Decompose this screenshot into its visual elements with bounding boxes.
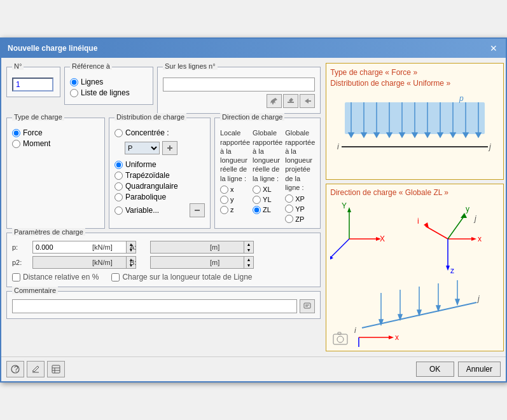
edit-button[interactable] <box>27 361 45 377</box>
direction-preview-close: » <box>442 188 448 197</box>
radio-xp[interactable]: XP <box>285 194 315 203</box>
svg-marker-21 <box>425 133 430 137</box>
ok-button[interactable]: OK <box>416 362 454 377</box>
svg-text:j: j <box>488 142 491 151</box>
radio-x[interactable]: x <box>220 186 250 194</box>
direction-group-global-proj: Globale rapportée à la longueur projetée… <box>285 128 315 223</box>
right-panel: Type de charge « Force » Distribution de… <box>326 63 504 351</box>
direction-preview-image: Y X Z <box>330 201 499 347</box>
sur-lignes-label: Sur les lignes n° <box>163 62 218 70</box>
table-button[interactable] <box>47 361 65 377</box>
dialog-body: N° Référence à Lignes Liste de lignes <box>1 58 506 356</box>
global-real-radios: XL YL ZL <box>253 186 282 214</box>
direction-columns: Locale rapportée à la longueur réelle de… <box>220 128 315 223</box>
preview-type-close: » <box>411 68 417 77</box>
svg-text:Y: Y <box>342 201 347 210</box>
p-label: p: <box>12 243 30 251</box>
svg-marker-19 <box>412 133 417 137</box>
params-title: Paramètres de charge <box>12 228 85 236</box>
radio-xl[interactable]: XL <box>253 186 282 194</box>
direction-group-local: Locale rapportée à la longueur réelle de… <box>220 128 250 223</box>
lignes-label: Lignes <box>81 78 103 86</box>
radio-lignes[interactable]: Lignes <box>70 78 148 86</box>
concentree-select[interactable]: P <box>125 142 160 154</box>
direction-preview-box: Direction de charge « Globale ZL » Y <box>326 184 504 351</box>
svg-line-43 <box>426 226 448 239</box>
close-button[interactable]: ✕ <box>488 43 499 54</box>
preview-type-label: Type de charge « <box>330 68 391 77</box>
p-unit: [kN/m] <box>92 243 127 251</box>
commentaire-box: Commentaire <box>6 291 321 319</box>
radio-parabolique[interactable]: Parabolique <box>115 193 205 201</box>
lignes-input[interactable] <box>163 78 315 91</box>
annuler-button[interactable]: Annuler <box>458 362 501 377</box>
svg-marker-51 <box>461 213 467 218</box>
direction-box: Direction de charge Locale rapportée à l… <box>214 118 321 229</box>
a-spin-down[interactable]: ▼ <box>244 247 253 253</box>
commentaire-icon-button[interactable] <box>300 299 315 313</box>
num-box: N° <box>6 67 60 97</box>
radio-moment[interactable]: Moment <box>12 139 99 148</box>
b-spin-down[interactable]: ▼ <box>244 262 253 268</box>
preview-dist-value: Uniforme <box>413 79 444 88</box>
radio-zl[interactable]: ZL <box>253 206 282 214</box>
concentree-icon-button[interactable] <box>162 141 177 155</box>
p2-label: p2: <box>12 259 30 266</box>
a-spin-up[interactable]: ▲ <box>244 241 253 247</box>
title-bar: Nouvelle charge linéique ✕ <box>1 39 506 58</box>
radio-y[interactable]: y <box>220 196 250 204</box>
radio-uniforme[interactable]: Uniforme <box>115 160 205 169</box>
svg-marker-70 <box>389 335 394 339</box>
bottom-left-buttons: ? <box>6 361 65 377</box>
svg-point-75 <box>337 336 344 342</box>
radio-zp[interactable]: ZP <box>285 215 315 223</box>
commentaire-input[interactable] <box>12 299 297 313</box>
arrow-icon-button[interactable] <box>300 94 315 108</box>
edit-icon-button[interactable] <box>283 94 298 108</box>
radio-liste-lignes[interactable]: Liste de lignes <box>70 88 148 97</box>
svg-rect-4 <box>304 303 310 308</box>
preview-dist-close: » <box>444 79 450 88</box>
checkboxes-row: Distance relative en % Charge sur la lon… <box>12 273 315 281</box>
type-charge-title: Type de charge <box>12 113 64 121</box>
svg-rect-3 <box>195 210 200 211</box>
svg-marker-13 <box>374 133 379 137</box>
cb-distance[interactable]: Distance relative en % <box>12 273 99 281</box>
svg-text:j: j <box>476 294 480 303</box>
left-panel: N° Référence à Lignes Liste de lignes <box>6 63 321 351</box>
top-section: N° Référence à Lignes Liste de lignes <box>6 63 321 114</box>
preview-title: Type de charge « Force » Distribution de… <box>330 67 499 89</box>
distribution-title: Distribution de charge <box>115 113 186 121</box>
svg-marker-9 <box>349 133 354 137</box>
radio-z[interactable]: z <box>220 206 250 214</box>
direction-preview-value: Globale ZL <box>405 188 442 197</box>
dialog-action-buttons: OK Annuler <box>416 362 501 377</box>
radio-variable[interactable]: Variable... <box>115 206 159 215</box>
radio-concentree[interactable]: Concentrée : <box>115 128 169 137</box>
svg-marker-25 <box>450 133 455 137</box>
local-title: Locale rapportée à la longueur réelle de… <box>220 128 250 183</box>
dialog: Nouvelle charge linéique ✕ N° Référence … <box>0 37 507 383</box>
svg-text:y: y <box>466 205 469 213</box>
moment-label: Moment <box>23 139 50 148</box>
global-proj-radios: XP YP ZP <box>285 194 315 223</box>
radio-trapezoidale[interactable]: Trapézoïdale <box>115 171 205 180</box>
cb-longueur[interactable]: Charge sur la longueur totale de Ligne <box>111 273 252 281</box>
radio-force[interactable]: Force <box>12 128 99 137</box>
radio-yl[interactable]: YL <box>253 196 282 204</box>
p2-unit: [kN/m] <box>92 259 127 266</box>
radio-yp[interactable]: YP <box>285 205 315 213</box>
pin-icon-button[interactable] <box>267 94 282 108</box>
svg-marker-35 <box>347 207 351 212</box>
num-input[interactable] <box>12 78 53 91</box>
p2-spin-input: ▲ ▼ <box>32 256 90 269</box>
bottom-bar: ? OK Annuler <box>1 356 506 381</box>
b-unit: [m] <box>210 259 239 266</box>
preview-box: Type de charge « Force » Distribution de… <box>326 63 504 180</box>
radio-quadrangulaire[interactable]: Quadrangulaire <box>115 182 205 191</box>
svg-marker-29 <box>476 133 481 137</box>
help-button[interactable]: ? <box>6 361 24 377</box>
a-spin-input: ▲ ▼ <box>150 241 207 254</box>
b-spin-up[interactable]: ▲ <box>244 257 253 262</box>
variable-icon-button[interactable] <box>190 203 205 217</box>
